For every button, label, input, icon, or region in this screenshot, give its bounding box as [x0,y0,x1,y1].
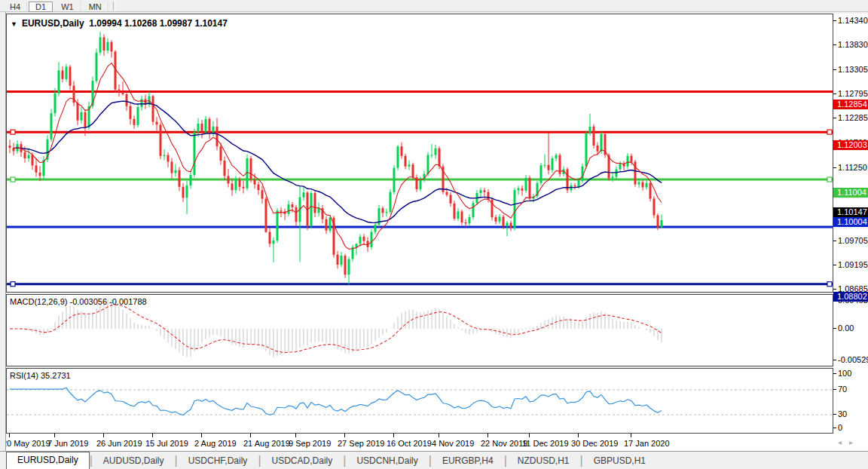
axis-tick-mark [833,428,836,428]
date-tick-mark [9,434,10,437]
timeframe-button-d1[interactable]: D1 [29,2,53,12]
axis-tick-mark [833,20,836,21]
chart-title: ▼EURUSD,Daily 1.09994 1.10268 1.09987 1.… [11,18,228,29]
axis-tick-mark [833,118,836,118]
date-tick-mark [103,434,104,437]
scroll-right-icon[interactable]: ▸ [849,438,853,446]
date-tick-mark [152,434,153,437]
axis-corner: ◂ ▸ [833,434,868,451]
rsi-panel[interactable] [6,368,833,434]
level-price-tag: 1.12003 [833,140,868,150]
macd-tick: 0.00 [838,323,854,333]
axis-tick-mark [833,93,836,94]
price-tick: 1.11250 [838,163,867,172]
bar-open: 1.09994 [89,18,121,29]
rsi-tick: 100 [838,369,851,378]
date-tick-mark [529,434,530,437]
date-tick-mark [201,434,202,437]
candlestick-chart[interactable] [7,14,833,292]
bar-high: 1.10268 [124,18,157,29]
level-price-tag: 1.08802 [833,292,868,302]
date-tick-label: 2 Aug 2019 [194,439,237,448]
date-tick-mark [344,434,345,437]
price-tick: 1.09195 [838,260,868,269]
axis-tick-mark [833,69,836,70]
price-chart-panel[interactable] [6,14,833,293]
date-tick-label: 16 Oct 2019 [387,439,432,448]
date-tick-label: 22 Nov 2019 [481,439,527,448]
timeframe-buttons: H4D1W1MN [3,0,110,13]
axis-tick-mark [833,44,836,45]
chart-tab-audusd[interactable]: AUDUSD,Daily [93,453,175,469]
date-tick-label: 26 Jun 2019 [96,439,142,448]
price-tick: 1.12285 [838,113,868,122]
chart-tab-eurgbp[interactable]: EURGBP,H4 [432,453,504,469]
timeframe-button-h4[interactable]: H4 [3,2,27,12]
date-tick-label: 30 Dec 2019 [571,439,618,448]
chart-tab-eurusd[interactable]: EURUSD,Daily [6,452,90,469]
timeframe-button-mn[interactable]: MN [82,2,108,12]
chart-tab-usdcnh[interactable]: USDCNH,Daily [346,453,428,469]
rsi-label: RSI(14) 35.2731 [10,371,71,380]
level-price-tag: 1.12854 [833,100,868,109]
date-tick-mark [439,434,439,437]
date-tick-mark [250,434,251,437]
date-tick-label: 17 Jan 2020 [624,439,670,448]
axis-tick-mark [833,360,836,360]
axis-tick-mark [833,289,836,290]
level-price-tag: 1.11004 [833,188,868,198]
axis-tick-mark [833,241,836,241]
date-tick-mark [295,434,296,437]
date-tick-label: 7 Jun 2019 [47,439,88,448]
axis-tick-mark [833,414,836,415]
price-tick: 1.13830 [838,40,868,49]
bar-close: 1.10147 [194,18,227,29]
date-tick-label: 15 Jul 2019 [145,439,188,448]
timeframe-toolbar: H4D1W1MN [0,0,868,12]
axis-tick-mark [833,373,836,374]
price-tick: 1.09705 [838,236,868,245]
date-tick-label: 21 Aug 2019 [243,439,290,448]
rsi-value: 35.2731 [41,371,71,380]
date-tick-label: 20 May 2019 [6,439,50,448]
date-tick-label: 27 Sep 2019 [338,439,384,448]
macd-tick: -0.005299 [838,355,868,364]
price-axis[interactable]: 1.143401.138301.133051.127951.122851.117… [833,14,868,434]
date-axis[interactable]: 20 May 20197 Jun 201926 Jun 201915 Jul 2… [6,434,833,451]
date-tick-mark [631,434,631,437]
chart-dropdown-icon[interactable]: ▼ [11,20,17,28]
chart-tab-usdchf[interactable]: USDCHF,Daily [178,453,258,469]
rsi-tick: 70 [838,385,847,394]
date-tick-label: 4 Nov 2019 [432,439,474,448]
window-left-edge [0,12,6,469]
macd-signal-value: -0.001788 [109,297,147,306]
scroll-left-icon[interactable]: ◂ [838,438,842,446]
terminal-window: H4D1W1MN ▼EURUSD,Daily 1.09994 1.10268 1… [0,0,868,469]
rsi-chart[interactable] [7,369,833,433]
chart-tab-gbpusd[interactable]: GBPUSD,H1 [583,453,656,469]
rsi-tick: 30 [838,409,847,418]
date-tick-mark [54,434,55,437]
axis-tick-mark [833,389,836,390]
toolbar-separator [113,2,116,11]
macd-main-value: -0.003056 [69,297,107,306]
level-price-tag: 1.10004 [833,217,868,227]
axis-tick-mark [833,167,836,168]
chart-tab-nzdusd[interactable]: NZDUSD,H1 [507,453,580,469]
price-tick: 1.13305 [838,65,868,74]
chart-symbol-period: EURUSD,Daily [22,18,84,29]
axis-tick-mark [833,265,836,265]
timeframe-button-w1[interactable]: W1 [54,2,81,12]
date-tick-label: 9 Sep 2019 [289,439,331,448]
chart-tab-bar: EURUSD,Daily|AUDUSD,Daily|USDCHF,Daily|U… [0,451,868,469]
last-price-tag: 1.10147 [833,207,868,217]
date-tick-mark [578,434,579,437]
macd-label: MACD(12,26,9) -0.003056 -0.001788 [10,297,147,306]
chart-tab-usdcad[interactable]: USDCAD,Daily [261,453,344,469]
date-tick-mark [487,434,488,437]
date-tick-label: 11 Dec 2019 [522,439,569,448]
axis-tick-mark [833,328,836,329]
rsi-tick: 0 [838,423,842,432]
date-tick-mark [393,434,394,437]
bar-low: 1.09987 [160,18,192,29]
